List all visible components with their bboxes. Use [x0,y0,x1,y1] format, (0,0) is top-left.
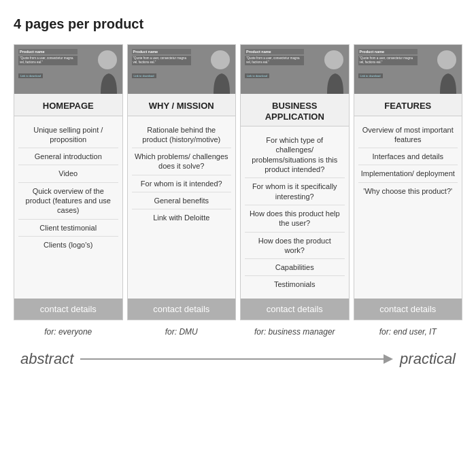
col-footer-homepage: contact details [14,299,122,320]
thumb-product-name: Product name [18,49,78,54]
list-item: Capabilities [245,259,345,276]
list-item: 'Why choose this product?' [358,183,458,199]
list-item: Testimonials [245,276,345,292]
col-footer-features: contact details [354,299,462,320]
thumb-link: Link to download [18,73,43,78]
col-footer-why-mission: contact details [128,299,236,320]
page-title: 4 pages per product [14,16,462,32]
thumb-text-homepage: Product name"Quote from a user, consecte… [18,49,78,80]
thumb-text-features: Product name"Quote from a user, consecte… [358,49,418,80]
col-footer-business-application: contact details [241,299,349,320]
thumb-link: Link to download [245,73,269,78]
thumb-link: Link to download [358,73,383,78]
arrow-line [80,358,384,360]
column-why-mission: Product name"Quote from a user, consecte… [127,44,237,320]
col-header-features: FEATURES [354,94,462,116]
thumb-circle [211,50,230,69]
thumb-quote: "Quote from a user, consectetur magna ve… [358,56,418,65]
list-item: Which problems/ challenges does it solve… [132,148,232,175]
list-item: Link with Deloitte [132,209,232,226]
thumb-business-application: Product name"Quote from a user, consecte… [241,45,349,94]
for-label-business-application: for: business manager [240,323,350,338]
list-item: Rationale behind the product (history/mo… [132,122,232,149]
list-item: General introduction [18,148,118,165]
column-homepage: Product name"Quote from a user, consecte… [14,44,123,320]
thumb-link: Link to download [132,73,156,78]
list-item: For which type of challenges/ problems/s… [245,132,345,178]
col-content-why-mission: Rationale behind the product (history/mo… [128,116,236,299]
col-header-why-mission: WHY / MISSION [128,94,236,116]
for-label-why-mission: for: DMU [127,323,237,338]
thumb-text-why-mission: Product name"Quote from a user, consecte… [132,49,191,80]
list-item: Clients (logo's) [18,237,118,253]
list-item: Implementation/ deployment [358,165,458,182]
list-item: General benefits [132,192,232,209]
column-business-application: Product name"Quote from a user, consecte… [240,44,350,320]
thumb-quote: "Quote from a user, consectetur magna ve… [245,56,304,65]
list-item: Overview of most important features [358,122,458,149]
practical-label: practical [400,350,456,368]
list-item: How does this product help the user? [245,205,345,233]
arrow-head [384,354,393,364]
thumb-quote: "Quote from a user, consectetur magna ve… [132,56,191,65]
for-labels-row: for: everyonefor: DMUfor: business manag… [14,323,462,338]
col-header-homepage: HOMEPAGE [14,94,122,116]
columns-container: Product name"Quote from a user, consecte… [14,44,462,320]
list-item: How does the product work? [245,233,345,260]
col-content-homepage: Unique selling point / propositionGenera… [14,116,122,299]
thumb-product-name: Product name [358,49,418,54]
thumb-circle [324,50,343,69]
list-item: For whom is it specifically interesting? [245,178,345,205]
thumb-product-name: Product name [245,49,304,54]
for-label-homepage: for: everyone [14,323,123,338]
list-item: Unique selling point / proposition [18,122,118,149]
thumb-circle [98,50,117,69]
bottom-arrow-row: abstract practical [14,350,462,368]
thumb-quote: "Quote from a user, consectetur magna ve… [18,56,78,65]
col-content-business-application: For which type of challenges/ problems/s… [241,126,349,299]
thumb-text-business-application: Product name"Quote from a user, consecte… [245,49,304,80]
thumb-features: Product name"Quote from a user, consecte… [354,45,462,94]
arrow-container [80,354,393,364]
for-label-features: for: end user, IT [354,323,463,338]
column-features: Product name"Quote from a user, consecte… [354,44,463,320]
thumb-circle [437,50,456,69]
abstract-label: abstract [20,350,73,368]
list-item: Video [18,165,118,182]
col-header-business-application: BUSINESS APPLICATION [241,94,349,126]
thumb-product-name: Product name [132,49,191,54]
col-content-features: Overview of most important featuresInter… [354,116,462,299]
thumb-why-mission: Product name"Quote from a user, consecte… [128,45,236,94]
list-item: For whom is it intended? [132,175,232,192]
list-item: Quick overview of the product (features … [18,183,118,220]
list-item: Client testimonial [18,220,118,237]
list-item: Interfaces and details [358,148,458,165]
thumb-homepage: Product name"Quote from a user, consecte… [14,45,122,94]
